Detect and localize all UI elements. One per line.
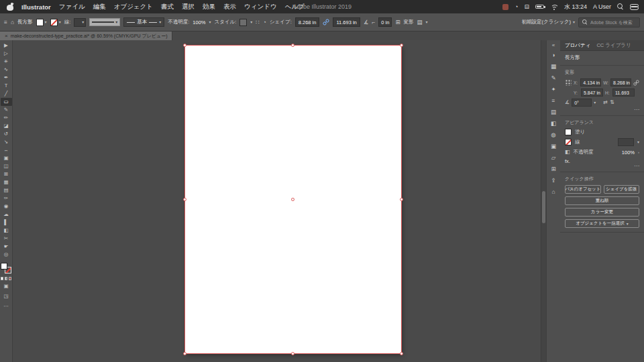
color-panel-icon[interactable]: ◑ bbox=[549, 51, 559, 59]
column-graph-tool[interactable]: ▌ bbox=[1, 219, 12, 227]
symbol-sprayer-tool[interactable]: ☁ bbox=[1, 210, 12, 219]
selection-handle[interactable] bbox=[183, 352, 186, 355]
screen-mode-button[interactable]: ◳ bbox=[1, 292, 12, 300]
eyedropper-tool[interactable]: ✑ bbox=[1, 194, 12, 202]
menu-type[interactable]: 書式 bbox=[161, 3, 174, 11]
arrange-button[interactable]: 重ね順 bbox=[565, 196, 639, 205]
tab-properties[interactable]: プロパティ bbox=[565, 42, 590, 49]
width-tool[interactable]: ↔ bbox=[1, 146, 12, 154]
gradient-tool[interactable]: ▤ bbox=[1, 186, 12, 194]
pencil-tool[interactable]: ✏ bbox=[1, 114, 12, 122]
stock-search-input[interactable] bbox=[590, 20, 637, 25]
none-button[interactable] bbox=[9, 277, 12, 280]
shear-icon[interactable]: ∡ bbox=[364, 19, 369, 25]
gradient-panel-icon[interactable]: ▤ bbox=[549, 108, 559, 116]
stroke-weight-field[interactable] bbox=[618, 138, 634, 146]
selection-tool[interactable]: ▶ bbox=[1, 42, 12, 50]
stroke-color-swatch[interactable]: ▾ bbox=[50, 19, 61, 26]
pen-tool[interactable]: ✒ bbox=[1, 74, 12, 82]
stroke-color-swatch[interactable] bbox=[565, 139, 572, 145]
corner-radius-field[interactable]: 0 in bbox=[378, 17, 392, 27]
scale-tool[interactable]: ↘ bbox=[1, 138, 12, 146]
menu-view[interactable]: 表示 bbox=[223, 3, 236, 11]
offset-path-button[interactable]: パスのオフセット bbox=[565, 185, 601, 194]
color-button[interactable] bbox=[1, 277, 4, 280]
fill-color-swatch[interactable]: ▾ bbox=[36, 19, 47, 26]
rotate-tool[interactable]: ↺ bbox=[1, 130, 12, 138]
hub-icon[interactable]: ◔ bbox=[515, 4, 518, 10]
selection-handle[interactable] bbox=[183, 198, 186, 201]
graphic-styles-panel-icon[interactable]: ▣ bbox=[549, 142, 559, 150]
keyboard-icon[interactable]: ⊟ bbox=[524, 4, 529, 10]
workspace-switcher[interactable]: 初期設定(クラシック)▾ bbox=[522, 19, 575, 25]
paintbrush-tool[interactable]: ✎ bbox=[1, 106, 12, 114]
menu-object[interactable]: オブジェクト bbox=[114, 3, 153, 11]
menu-bar-clock[interactable]: 水 13:24 bbox=[564, 3, 587, 11]
style-swatch[interactable] bbox=[239, 19, 247, 26]
close-icon[interactable]: × bbox=[5, 34, 8, 39]
wifi-icon[interactable] bbox=[550, 4, 558, 10]
edit-toolbar-button[interactable]: ⋯ bbox=[1, 302, 12, 310]
mesh-tool[interactable]: ▦ bbox=[1, 178, 12, 186]
shape-height-field[interactable]: 11.693 in bbox=[333, 17, 360, 27]
scrollbar-thumb[interactable] bbox=[542, 191, 545, 223]
arrange-icon[interactable]: ▤ bbox=[417, 19, 423, 25]
y-field[interactable]: 5.847 in bbox=[581, 88, 603, 97]
menu-file[interactable]: ファイル bbox=[59, 3, 85, 11]
selection-handle[interactable] bbox=[400, 352, 403, 355]
chevron-down-icon[interactable]: ▾ bbox=[637, 140, 639, 144]
perspective-grid-tool[interactable]: ⊞ bbox=[1, 170, 12, 178]
app-menu[interactable]: Illustrator bbox=[21, 3, 51, 11]
menu-edit[interactable]: 編集 bbox=[93, 3, 106, 11]
select-similar-button[interactable]: オブジェクトを一括選択▾ bbox=[565, 219, 639, 228]
hand-tool[interactable]: ☛ bbox=[1, 243, 12, 251]
magic-wand-tool[interactable]: ✳ bbox=[1, 58, 12, 66]
brush-definition-dropdown[interactable]: 基本▾ bbox=[123, 17, 164, 27]
chevron-right-icon[interactable]: › bbox=[638, 150, 639, 154]
chevron-down-icon[interactable]: ▾ bbox=[250, 20, 252, 24]
opacity-value[interactable]: 100% bbox=[622, 149, 635, 156]
battery-icon[interactable] bbox=[535, 5, 544, 9]
recolor-button[interactable]: カラー変更 bbox=[565, 208, 639, 217]
tab-cc-libraries[interactable]: CC ライブラリ bbox=[596, 42, 631, 49]
selection-center-point[interactable] bbox=[291, 198, 294, 201]
appearance-more-options[interactable]: ⋯ bbox=[565, 165, 639, 168]
chevron-down-icon[interactable]: ▾ bbox=[426, 20, 428, 24]
blend-tool[interactable]: ◉ bbox=[1, 202, 12, 210]
live-shape-icon[interactable]: ◔ bbox=[263, 19, 266, 25]
transparency-panel-icon[interactable]: ◧ bbox=[549, 119, 559, 127]
reference-point-locator[interactable] bbox=[565, 79, 572, 86]
artboard-tool[interactable]: ◧ bbox=[1, 227, 12, 235]
h-field[interactable]: 11.693 bbox=[612, 88, 635, 97]
transform-more-options[interactable]: ⋯ bbox=[565, 109, 639, 111]
line-tool[interactable]: ╱ bbox=[1, 90, 12, 98]
asset-export-panel-icon[interactable]: ⇪ bbox=[549, 176, 559, 184]
artboards-panel-icon[interactable]: ⊞ bbox=[549, 165, 559, 173]
stock-search[interactable] bbox=[578, 17, 640, 27]
direct-selection-tool[interactable]: ▷ bbox=[1, 50, 12, 58]
eraser-tool[interactable]: ◪ bbox=[1, 122, 12, 130]
swatches-panel-icon[interactable]: ▦ bbox=[549, 62, 559, 70]
free-transform-tool[interactable]: ▣ bbox=[1, 154, 12, 162]
w-field[interactable]: 8.268 in bbox=[610, 78, 631, 86]
symbols-panel-icon[interactable]: ✦ bbox=[549, 85, 559, 93]
rotation-field[interactable]: 0° bbox=[572, 99, 592, 107]
libraries-panel-icon[interactable]: ⌂ bbox=[549, 188, 559, 196]
stroke-profile-dropdown[interactable]: ▾ bbox=[89, 18, 120, 26]
document-tab[interactable]: × make-deconstructed-type_practice.ai* @… bbox=[0, 32, 172, 40]
menu-select[interactable]: 選択 bbox=[182, 3, 195, 11]
fill-color-swatch[interactable] bbox=[565, 129, 572, 135]
vertical-scrollbar[interactable] bbox=[541, 40, 546, 362]
fill-swatch-icon[interactable] bbox=[1, 263, 7, 269]
artboard[interactable] bbox=[185, 46, 401, 353]
transform-label[interactable]: 変形 bbox=[404, 19, 414, 25]
layers-panel-icon[interactable]: ▱ bbox=[549, 154, 559, 162]
draw-mode-button[interactable]: ▣ bbox=[1, 282, 12, 290]
expand-shape-button[interactable]: シェイプを拡張 bbox=[604, 185, 640, 194]
spotlight-icon[interactable] bbox=[617, 3, 624, 10]
stroke-weight-field[interactable]: ▾ bbox=[74, 18, 86, 27]
flip-vertical-icon[interactable]: ⇅ bbox=[610, 100, 614, 105]
rectangle-tool[interactable]: ▭ bbox=[1, 98, 12, 106]
control-center-icon[interactable] bbox=[630, 4, 637, 10]
x-field[interactable]: 4.134 in bbox=[580, 78, 601, 86]
